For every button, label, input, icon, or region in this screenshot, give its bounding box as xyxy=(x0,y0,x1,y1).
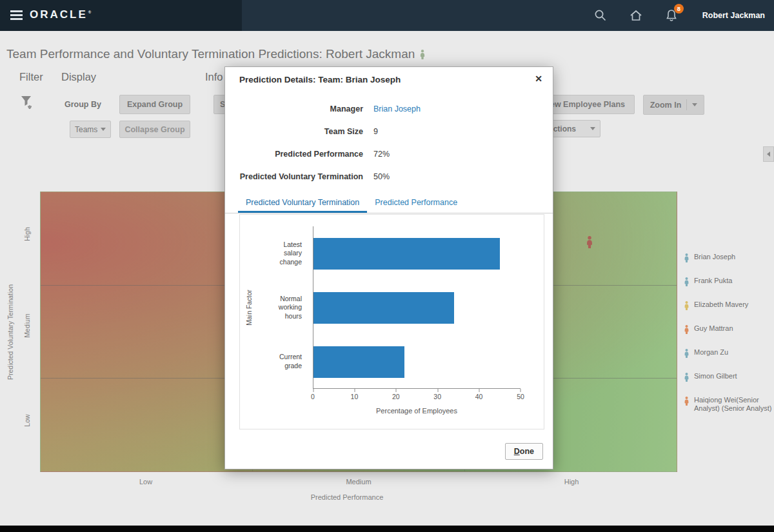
field-value: 50% xyxy=(373,172,390,181)
brand-mark: ® xyxy=(88,10,91,14)
bar-chart-plot-area xyxy=(313,226,521,389)
category-label: Latest salary change xyxy=(240,226,308,281)
tick-mark xyxy=(355,389,355,392)
category-label: Current grade xyxy=(240,335,308,389)
category-label: Normal working hours xyxy=(240,281,308,335)
field-value: 9 xyxy=(373,127,378,136)
dialog-title: Prediction Details: Team: Brian Joseph xyxy=(239,75,401,84)
x-tick-label: 50 xyxy=(517,393,524,400)
home-icon[interactable] xyxy=(629,8,643,23)
brand-text: ORACLE xyxy=(30,8,88,21)
hamburger-menu-icon[interactable] xyxy=(10,10,23,21)
bar-row xyxy=(313,335,521,389)
prediction-fields: Manager Brian Joseph Team Size 9 Predict… xyxy=(225,104,553,195)
bar-row xyxy=(313,281,521,335)
search-icon[interactable] xyxy=(593,8,608,23)
field-label: Predicted Voluntary Termination xyxy=(225,172,363,181)
field-row-team-size: Team Size 9 xyxy=(225,127,553,136)
tick-mark xyxy=(396,389,397,392)
bottom-bar xyxy=(0,526,774,532)
notifications-bell-icon[interactable]: 8 xyxy=(664,8,679,23)
notification-badge: 8 xyxy=(674,4,684,14)
x-tick-label: 30 xyxy=(433,393,441,400)
tab-predicted-voluntary-termination[interactable]: Predicted Voluntary Termination xyxy=(238,193,367,213)
x-tick-label: 40 xyxy=(475,393,483,400)
user-menu[interactable]: Robert Jackman xyxy=(702,11,765,20)
manager-link[interactable]: Brian Joseph xyxy=(373,104,421,113)
tick-mark xyxy=(521,389,521,392)
tick-mark xyxy=(437,389,438,392)
field-label: Team Size xyxy=(225,127,363,136)
bar-chart-x-ticks: 0 10 20 30 40 50 xyxy=(313,393,521,402)
bar-row xyxy=(313,226,521,281)
field-label: Manager xyxy=(225,104,363,113)
x-tick-label: 10 xyxy=(351,393,359,400)
bar-chart-categories: Latest salary change Normal working hour… xyxy=(240,226,308,389)
tick-mark xyxy=(313,389,314,392)
oracle-logo: ORACLE® xyxy=(30,8,91,21)
tick-mark xyxy=(479,389,479,392)
x-tick-label: 0 xyxy=(311,393,315,400)
field-value: 72% xyxy=(373,150,390,159)
done-button[interactable]: Done xyxy=(505,443,543,460)
field-row-predicted-voluntary-termination: Predicted Voluntary Termination 50% xyxy=(225,172,553,181)
field-row-predicted-performance: Predicted Performance 72% xyxy=(225,150,553,159)
bar-chart-x-axis-label: Percentage of Employees xyxy=(376,407,457,415)
field-label: Predicted Performance xyxy=(225,150,363,159)
close-icon[interactable]: ✕ xyxy=(535,74,542,84)
detail-tabs: Predicted Voluntary Termination Predicte… xyxy=(225,193,553,213)
prediction-details-dialog: Prediction Details: Team: Brian Joseph ✕… xyxy=(224,66,553,469)
field-row-manager: Manager Brian Joseph xyxy=(225,104,553,113)
bar-latest-salary-change[interactable] xyxy=(313,238,500,270)
app-root: ORACLE® 8 Robert Jackman Team Performanc… xyxy=(0,0,774,532)
bar-normal-working-hours[interactable] xyxy=(313,292,454,324)
factor-bar-chart: Main Factor Latest salary change Normal … xyxy=(239,214,544,429)
bar-current-grade[interactable] xyxy=(313,346,404,378)
topbar: ORACLE® 8 Robert Jackman xyxy=(0,0,774,31)
x-tick-label: 20 xyxy=(392,393,400,400)
tab-predicted-performance[interactable]: Predicted Performance xyxy=(367,193,465,213)
